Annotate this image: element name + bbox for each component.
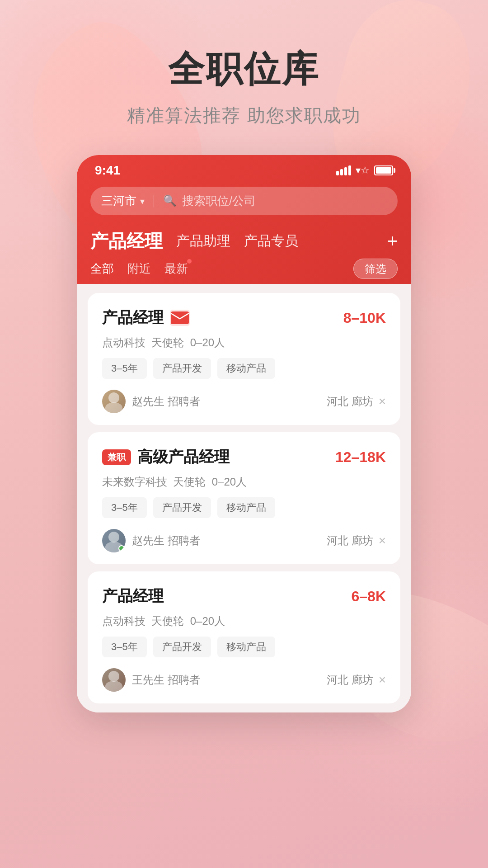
company-info-3: 点动科技 天使轮 0–20人 xyxy=(102,614,386,628)
recruiter-name-3: 王先生 招聘者 xyxy=(132,673,200,687)
status-icons: ▾☆ xyxy=(336,165,393,176)
skill-tag-years-2: 3–5年 xyxy=(102,497,147,518)
location-text-3: 河北 廊坊 xyxy=(327,673,373,687)
filter-all[interactable]: 全部 xyxy=(90,261,114,277)
signal-icon xyxy=(336,165,351,175)
skill-tags-3: 3–5年 产品开发 移动产品 xyxy=(102,637,386,657)
recruiter-info-1: 赵先生 招聘者 xyxy=(102,390,200,413)
recruiter-info-3: 王先生 招聘者 xyxy=(102,668,200,692)
svg-rect-1 xyxy=(171,311,189,324)
skill-tag-years-1: 3–5年 xyxy=(102,358,147,379)
search-input[interactable]: 🔍 搜索职位/公司 xyxy=(163,193,387,209)
salary-1: 8–10K xyxy=(343,310,386,326)
status-bar: 9:41 ▾☆ xyxy=(77,155,411,182)
tag-primary[interactable]: 产品经理 xyxy=(90,229,163,254)
card-bottom-2: 赵先生 招聘者 河北 廊坊 × xyxy=(102,529,386,552)
location-text-1: 河北 廊坊 xyxy=(327,394,373,409)
page-title: 全职位库 xyxy=(168,45,320,94)
search-bar[interactable]: 三河市 ▾ 🔍 搜索职位/公司 xyxy=(90,187,398,215)
page-subtitle: 精准算法推荐 助您求职成功 xyxy=(127,103,361,128)
part-time-badge: 兼职 xyxy=(102,449,131,465)
company-info-2: 未来数字科技 天使轮 0–20人 xyxy=(102,475,386,489)
city-selector[interactable]: 三河市 ▾ xyxy=(101,193,145,209)
location-3: 河北 廊坊 × xyxy=(327,673,386,687)
location-text-2: 河北 廊坊 xyxy=(327,533,373,548)
recruiter-name-2: 赵先生 招聘者 xyxy=(132,533,200,548)
close-button-3[interactable]: × xyxy=(379,673,386,687)
salary-3: 6–8K xyxy=(352,588,386,605)
job-card-1[interactable]: 产品经理 8–10K 点动科技 天使轮 0–20人 3–5年 xyxy=(88,293,400,425)
job-list: 产品经理 8–10K 点动科技 天使轮 0–20人 3–5年 xyxy=(77,284,411,712)
city-label: 三河市 xyxy=(101,193,136,209)
search-area: 三河市 ▾ 🔍 搜索职位/公司 xyxy=(77,182,411,224)
job-card-3[interactable]: 产品经理 6–8K 点动科技 天使轮 0–20人 3–5年 产品开发 移动产品 xyxy=(88,571,400,703)
battery-icon xyxy=(374,165,393,175)
salary-2: 12–18K xyxy=(335,449,386,466)
location-2: 河北 廊坊 × xyxy=(327,533,386,548)
location-1: 河北 廊坊 × xyxy=(327,394,386,409)
skill-tag-type-1: 产品开发 xyxy=(153,358,211,379)
tag-secondary-2[interactable]: 产品专员 xyxy=(244,232,298,250)
wifi-icon: ▾☆ xyxy=(356,165,370,176)
avatar-3 xyxy=(102,668,126,692)
search-placeholder: 搜索职位/公司 xyxy=(182,193,256,209)
search-icon: 🔍 xyxy=(163,194,177,208)
card-bottom-3: 王先生 招聘者 河北 廊坊 × xyxy=(102,668,386,692)
skill-tag-type-3: 产品开发 xyxy=(153,637,211,657)
add-tag-button[interactable]: + xyxy=(387,231,398,251)
job-title-2: 高级产品经理 xyxy=(137,447,230,467)
status-time: 9:41 xyxy=(95,163,120,178)
filter-button[interactable]: 筛选 xyxy=(353,259,398,279)
new-dot xyxy=(187,259,192,264)
skill-tag-type-2: 产品开发 xyxy=(153,497,211,518)
job-title-1: 产品经理 xyxy=(102,307,164,328)
filter-latest[interactable]: 最新 xyxy=(164,261,188,277)
tag-secondary-1[interactable]: 产品助理 xyxy=(176,232,230,250)
online-indicator xyxy=(118,545,125,552)
skill-tag-product-3: 移动产品 xyxy=(217,637,275,657)
filter-row: 全部 附近 最新 筛选 xyxy=(77,254,411,284)
app-header: 9:41 ▾☆ 三 xyxy=(77,155,411,284)
avatar-1 xyxy=(102,390,126,413)
tags-row: 产品经理 产品助理 产品专员 + xyxy=(77,224,411,254)
envelope-icon xyxy=(170,310,190,326)
phone-mockup: 9:41 ▾☆ 三 xyxy=(77,155,411,712)
avatar-2 xyxy=(102,529,126,552)
skill-tags-2: 3–5年 产品开发 移动产品 xyxy=(102,497,386,518)
skill-tags-1: 3–5年 产品开发 移动产品 xyxy=(102,358,386,379)
filter-nearby[interactable]: 附近 xyxy=(127,261,151,277)
skill-tag-product-2: 移动产品 xyxy=(217,497,275,518)
skill-tag-product-1: 移动产品 xyxy=(217,358,275,379)
company-info-1: 点动科技 天使轮 0–20人 xyxy=(102,335,386,350)
close-button-1[interactable]: × xyxy=(379,394,386,409)
skill-tag-years-3: 3–5年 xyxy=(102,637,147,657)
close-button-2[interactable]: × xyxy=(379,533,386,548)
recruiter-name-1: 赵先生 招聘者 xyxy=(132,394,200,409)
divider xyxy=(154,195,154,208)
job-card-2[interactable]: 兼职 高级产品经理 12–18K 未来数字科技 天使轮 0–20人 3–5年 产… xyxy=(88,432,400,564)
recruiter-info-2: 赵先生 招聘者 xyxy=(102,529,200,552)
job-title-3: 产品经理 xyxy=(102,586,164,607)
card-bottom-1: 赵先生 招聘者 河北 廊坊 × xyxy=(102,390,386,413)
chevron-down-icon: ▾ xyxy=(140,196,145,207)
